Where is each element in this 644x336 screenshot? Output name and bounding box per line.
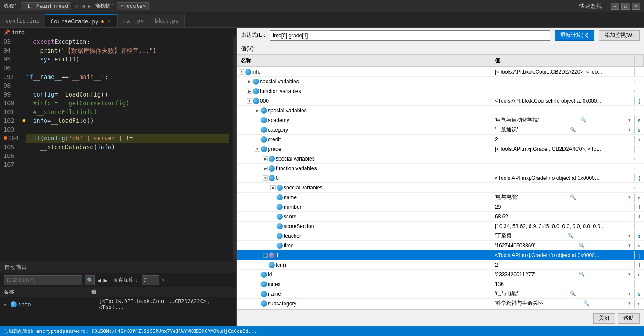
tree-row-index[interactable]: index 136	[237, 279, 644, 289]
help-watch-button[interactable]: 帮助	[618, 313, 640, 324]
recalc-button[interactable]: 重新计算(R)	[555, 30, 594, 41]
tab-config[interactable]: config.ini	[0, 14, 45, 27]
dropdown-teacher[interactable]: ▾	[628, 233, 631, 239]
maximize-button[interactable]: □	[621, 3, 630, 10]
search-input[interactable]	[4, 275, 82, 285]
tab-coursegrade[interactable]: CourseGrade.py ● ✕	[45, 14, 118, 27]
nav-back-icon[interactable]: ◀	[82, 3, 85, 9]
auto-window-title: 自动窗口	[0, 261, 236, 273]
dropdown-category[interactable]: ▾	[628, 127, 631, 132]
nav-forward-icon[interactable]: ▶	[88, 3, 91, 9]
tree-val-text-grade1: <Tools.API.mxj.GradeInfo object at 0x000…	[495, 252, 599, 258]
search-btn[interactable]: 🔍	[85, 275, 95, 285]
tree-row-len[interactable]: len() 2 i	[237, 260, 644, 270]
tree-val-text-index: 136	[495, 281, 504, 287]
magnify-id[interactable]: 🔍	[578, 271, 585, 278]
close-button[interactable]: ✕	[632, 3, 640, 10]
sphere-grade	[261, 146, 267, 152]
tree-row-grade[interactable]: ▾ grade [<Tools.API.mxj.Grade...CB2D2A4C…	[237, 144, 644, 154]
tab-bkxk[interactable]: bkxk.py	[149, 14, 185, 27]
magnify-category[interactable]: 🔍	[569, 126, 576, 133]
tree-val-info: [<Tools.API.bkxk.Cour...CB2D2A220>, <Too…	[491, 68, 635, 76]
tree-row-number[interactable]: number 29 i	[237, 202, 644, 212]
dropdown-topname[interactable]: ▾	[628, 291, 631, 297]
tree-row-000[interactable]: ▾ 000 <Tools.API.bkxk.CourseInfo object …	[237, 96, 644, 106]
tree-row-teacher[interactable]: teacher '丁坚勇' 🔍 ▾ s	[237, 231, 644, 241]
sphere-academy	[261, 117, 267, 123]
fold-icon-97[interactable]: □	[4, 72, 6, 81]
no-expand-g0name	[270, 195, 276, 200]
expand-info[interactable]: ▾	[239, 69, 244, 75]
tree-row-credit[interactable]: credit 2 i	[237, 135, 644, 144]
close-watch-button[interactable]: 关闭	[593, 313, 615, 324]
expand-000[interactable]: ▾	[247, 98, 252, 104]
magnify-g0time[interactable]: 🔍	[578, 242, 585, 249]
tree-row-scoreSection[interactable]: scoreSection [10.34, 58.62, 6.9, 3.45, 0…	[237, 222, 644, 231]
tree-row-function3[interactable]: ▶ function variables	[237, 164, 644, 173]
tree-row-grade0[interactable]: ▾ 0 <Tools.API.mxj.GradeInfo object at 0…	[237, 173, 644, 183]
tab-close-coursegrade[interactable]: ✕	[107, 18, 112, 25]
nav-prev-icon[interactable]: ◀	[97, 277, 101, 284]
dropdown-g0name[interactable]: ▾	[628, 194, 631, 200]
thread-dropdown[interactable]: [1] MainThread	[21, 2, 71, 10]
dropdown-academy[interactable]: ▾	[628, 117, 631, 123]
dropdown-g0time[interactable]: ▾	[628, 243, 631, 248]
line-num-103: 103	[4, 125, 18, 134]
tree-row-special4[interactable]: ▶ special variables	[237, 183, 644, 193]
code-scroll[interactable]	[233, 37, 236, 261]
expr-input[interactable]	[270, 30, 550, 41]
tree-row-special1[interactable]: ▶ special variables	[237, 77, 644, 86]
tree-val-academy: '电气与自动化学院' 🔍 ▾	[491, 115, 635, 125]
stack-dropdown[interactable]: <module>	[117, 2, 149, 10]
magnify-g0name[interactable]: 🔍	[569, 194, 576, 201]
expand-grade[interactable]: ▾	[255, 147, 260, 152]
tree-val-g0name: '电与电能' 🔍 ▾	[491, 193, 635, 202]
status-text: 已加载配置db_encryptedpassword: KOU50Mc/H46rK…	[4, 328, 257, 335]
expand-icon-info[interactable]: ▾	[4, 301, 9, 308]
tree-row-special2[interactable]: ▶ special variables	[237, 106, 644, 115]
code-line-101: #__storeFile(info)	[26, 107, 229, 116]
tree-row-category[interactable]: category '一般通识' 🔍 ▾ s	[237, 125, 644, 135]
magnify-academy[interactable]: 🔍	[580, 117, 587, 124]
dropdown-id[interactable]: ▾	[628, 272, 631, 277]
expand-function3[interactable]: ▶	[263, 166, 268, 171]
tree-row-academy[interactable]: academy '电气与自动化学院' 🔍 ▾ s	[237, 115, 644, 125]
dropdown-subcategory[interactable]: ▾	[628, 300, 631, 306]
expand-grade1[interactable]: ▶	[263, 253, 268, 258]
expand-special4[interactable]: ▶	[270, 185, 276, 190]
search-depth-input[interactable]	[142, 275, 159, 285]
line-num-100: 100	[4, 99, 18, 107]
code-content[interactable]: except Exception: print("【数据库操作失败】请检查...…	[22, 37, 233, 261]
auto-var-info[interactable]: ▾ info [<Tools.API.bkxk.Cour...CB2D2A220…	[0, 297, 236, 312]
tree-row-g0time[interactable]: time '1627440503869' 🔍 ▾ s	[237, 241, 644, 250]
expand-grade0[interactable]: ▾	[263, 175, 268, 181]
watch-tree[interactable]: 名称 值 ▾ info [<Tools.API.bkxk.Cour...CB2D…	[237, 55, 644, 310]
tree-row-info[interactable]: ▾ info [<Tools.API.bkxk.Cour...CB2D2A220…	[237, 67, 644, 77]
auto-window-label: 自动窗口	[4, 263, 27, 271]
tree-row-g0name[interactable]: name '电与电能' 🔍 ▾ s	[237, 193, 644, 202]
nav-next-icon[interactable]: ▶	[103, 277, 107, 284]
expand-function1[interactable]: ▶	[247, 89, 252, 94]
add-watch-button[interactable]: 添加监视(W)	[599, 30, 640, 41]
magnify-teacher[interactable]: 🔍	[567, 232, 574, 239]
expand-special3[interactable]: ▶	[263, 156, 268, 161]
tree-val-text-grade: [<Tools.API.mxj.Grade...CB2D2A4C0>, <To.…	[495, 146, 601, 152]
magnify-topname[interactable]: 🔍	[569, 290, 576, 297]
tree-row-grade1[interactable]: ▶ 1 <Tools.API.mxj.GradeInfo object at 0…	[237, 250, 644, 260]
expand-special2[interactable]: ▶	[255, 108, 260, 113]
tree-row-id[interactable]: id '2333420011277' 🔍 ▾ s	[237, 270, 644, 279]
magnify-subcategory[interactable]: 🔍	[583, 300, 590, 307]
tree-row-function1[interactable]: ▶ function variables	[237, 86, 644, 96]
tree-type-special3	[635, 158, 644, 160]
tree-val-credit: 2	[491, 136, 635, 143]
code-line-105: __storeDatabase(info)	[26, 143, 229, 151]
tab-mxj[interactable]: mxj.py	[118, 14, 149, 27]
sphere-grade0	[269, 175, 275, 181]
minimize-button[interactable]: —	[611, 3, 619, 10]
code-panel: 📌 info 93 94 95 96 □97 98 99 100 101 102	[0, 28, 237, 326]
tree-row-score[interactable]: score 68.62 f	[237, 212, 644, 222]
expand-special1[interactable]: ▶	[247, 79, 252, 84]
tree-row-special3[interactable]: ▶ special variables	[237, 154, 644, 164]
tree-row-topname[interactable]: name '电与电能' 🔍 ▾ s	[237, 289, 644, 299]
tree-row-subcategory[interactable]: subcategory '科学精神与生命关怀' 🔍 ▾ s	[237, 299, 644, 308]
